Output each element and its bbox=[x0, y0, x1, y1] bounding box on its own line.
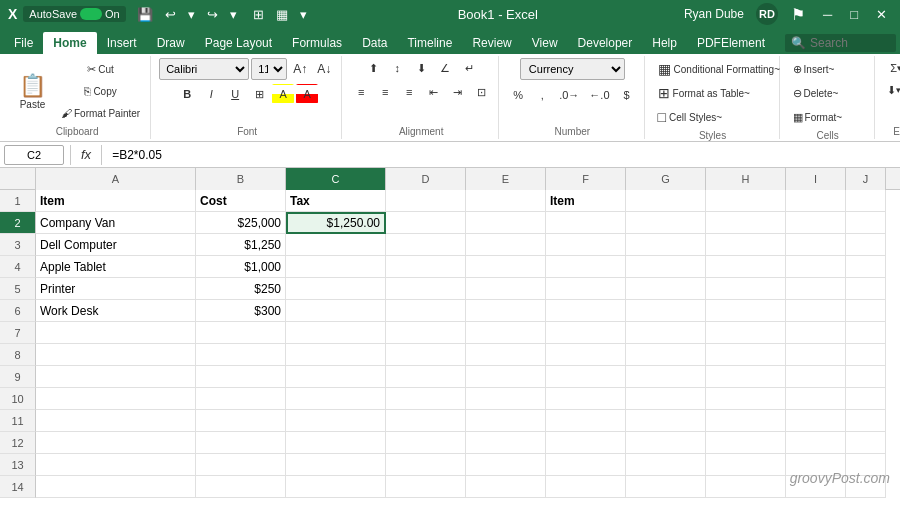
cell-13A[interactable] bbox=[36, 454, 196, 476]
col-header-i[interactable]: I bbox=[786, 168, 846, 190]
cell-10G[interactable] bbox=[626, 388, 706, 410]
cell-5I[interactable] bbox=[786, 278, 846, 300]
col-header-h[interactable]: H bbox=[706, 168, 786, 190]
cell-6E[interactable] bbox=[466, 300, 546, 322]
cell-3B[interactable]: $1,250 bbox=[196, 234, 286, 256]
conditional-formatting-button[interactable]: ▦ Conditional Formatting~ bbox=[653, 58, 773, 80]
cell-7H[interactable] bbox=[706, 322, 786, 344]
cell-1H[interactable] bbox=[706, 190, 786, 212]
cell-11E[interactable] bbox=[466, 410, 546, 432]
font-color-button[interactable]: A bbox=[296, 84, 318, 104]
cell-styles-button[interactable]: □ Cell Styles~ bbox=[653, 106, 773, 128]
row-header-12[interactable]: 12 bbox=[0, 432, 36, 454]
tab-help[interactable]: Help bbox=[642, 32, 687, 54]
cell-2I[interactable] bbox=[786, 212, 846, 234]
cell-6G[interactable] bbox=[626, 300, 706, 322]
cell-5F[interactable] bbox=[546, 278, 626, 300]
cell-9J[interactable] bbox=[846, 366, 886, 388]
tab-draw[interactable]: Draw bbox=[147, 32, 195, 54]
undo-button[interactable]: ↩ bbox=[160, 5, 181, 24]
row-header-10[interactable]: 10 bbox=[0, 388, 36, 410]
cell-13H[interactable] bbox=[706, 454, 786, 476]
table-button[interactable]: ⊞ bbox=[248, 5, 269, 24]
cell-8J[interactable] bbox=[846, 344, 886, 366]
cell-9D[interactable] bbox=[386, 366, 466, 388]
cell-12C[interactable] bbox=[286, 432, 386, 454]
cell-1B[interactable]: Cost bbox=[196, 190, 286, 212]
cut-button[interactable]: ✂ Cut bbox=[57, 59, 144, 79]
row-header-7[interactable]: 7 bbox=[0, 322, 36, 344]
cell-4C[interactable] bbox=[286, 256, 386, 278]
cell-12E[interactable] bbox=[466, 432, 546, 454]
more-btn[interactable]: ▾ bbox=[295, 5, 312, 24]
cell-12F[interactable] bbox=[546, 432, 626, 454]
italic-button[interactable]: I bbox=[200, 84, 222, 104]
col-header-c[interactable]: C bbox=[286, 168, 386, 190]
number-format-select[interactable]: Currency General Number Percentage bbox=[520, 58, 625, 80]
font-name-select[interactable]: Calibri bbox=[159, 58, 249, 80]
cell-4E[interactable] bbox=[466, 256, 546, 278]
undo-dropdown[interactable]: ▾ bbox=[183, 5, 200, 24]
cell-7A[interactable] bbox=[36, 322, 196, 344]
cell-8D[interactable] bbox=[386, 344, 466, 366]
cell-10J[interactable] bbox=[846, 388, 886, 410]
cell-7C[interactable] bbox=[286, 322, 386, 344]
cell-14B[interactable] bbox=[196, 476, 286, 498]
cell-3E[interactable] bbox=[466, 234, 546, 256]
cell-7D[interactable] bbox=[386, 322, 466, 344]
cell-13G[interactable] bbox=[626, 454, 706, 476]
align-middle-button[interactable]: ↕ bbox=[386, 58, 408, 78]
save-button[interactable]: 💾 bbox=[132, 5, 158, 24]
cell-5A[interactable]: Printer bbox=[36, 278, 196, 300]
cell-6B[interactable]: $300 bbox=[196, 300, 286, 322]
merge-center-button[interactable]: ⊡ bbox=[470, 82, 492, 102]
cell-11D[interactable] bbox=[386, 410, 466, 432]
cell-4I[interactable] bbox=[786, 256, 846, 278]
cell-14H[interactable] bbox=[706, 476, 786, 498]
cell-12H[interactable] bbox=[706, 432, 786, 454]
tab-formulas[interactable]: Formulas bbox=[282, 32, 352, 54]
cell-6D[interactable] bbox=[386, 300, 466, 322]
align-left-button[interactable]: ≡ bbox=[350, 82, 372, 102]
col-header-d[interactable]: D bbox=[386, 168, 466, 190]
cell-9B[interactable] bbox=[196, 366, 286, 388]
cell-8H[interactable] bbox=[706, 344, 786, 366]
fill-color-button[interactable]: A bbox=[272, 84, 294, 104]
cell-11I[interactable] bbox=[786, 410, 846, 432]
cell-1E[interactable] bbox=[466, 190, 546, 212]
cell-1D[interactable] bbox=[386, 190, 466, 212]
cell-2B[interactable]: $25,000 bbox=[196, 212, 286, 234]
cell-8F[interactable] bbox=[546, 344, 626, 366]
align-right-button[interactable]: ≡ bbox=[398, 82, 420, 102]
increase-decimal-button[interactable]: .0→ bbox=[555, 85, 583, 105]
cell-8G[interactable] bbox=[626, 344, 706, 366]
align-bottom-button[interactable]: ⬇ bbox=[410, 58, 432, 78]
tab-view[interactable]: View bbox=[522, 32, 568, 54]
cell-9A[interactable] bbox=[36, 366, 196, 388]
col-header-j[interactable]: J bbox=[846, 168, 886, 190]
cell-7F[interactable] bbox=[546, 322, 626, 344]
restore-button[interactable]: □ bbox=[845, 5, 863, 24]
cell-2C[interactable]: $1,250.00 bbox=[286, 212, 386, 234]
cell-10C[interactable] bbox=[286, 388, 386, 410]
cell-12I[interactable] bbox=[786, 432, 846, 454]
fill-button[interactable]: ⬇ ▾ bbox=[883, 80, 900, 100]
col-header-b[interactable]: B bbox=[196, 168, 286, 190]
autosave-toggle[interactable] bbox=[80, 8, 102, 20]
font-size-select[interactable]: 11 bbox=[251, 58, 287, 80]
cell-6I[interactable] bbox=[786, 300, 846, 322]
autosum-button[interactable]: Σ ▾ bbox=[885, 58, 900, 78]
cell-10A[interactable] bbox=[36, 388, 196, 410]
thousand-sep-button[interactable]: , bbox=[531, 85, 553, 105]
cell-8I[interactable] bbox=[786, 344, 846, 366]
bold-button[interactable]: B bbox=[176, 84, 198, 104]
cell-4D[interactable] bbox=[386, 256, 466, 278]
wrap-text-button[interactable]: ↵ bbox=[458, 58, 480, 78]
cell-1C[interactable]: Tax bbox=[286, 190, 386, 212]
cell-5J[interactable] bbox=[846, 278, 886, 300]
insert-button[interactable]: ⊕ Insert~ bbox=[788, 58, 868, 80]
cell-11J[interactable] bbox=[846, 410, 886, 432]
cell-11F[interactable] bbox=[546, 410, 626, 432]
cell-6H[interactable] bbox=[706, 300, 786, 322]
cell-8E[interactable] bbox=[466, 344, 546, 366]
